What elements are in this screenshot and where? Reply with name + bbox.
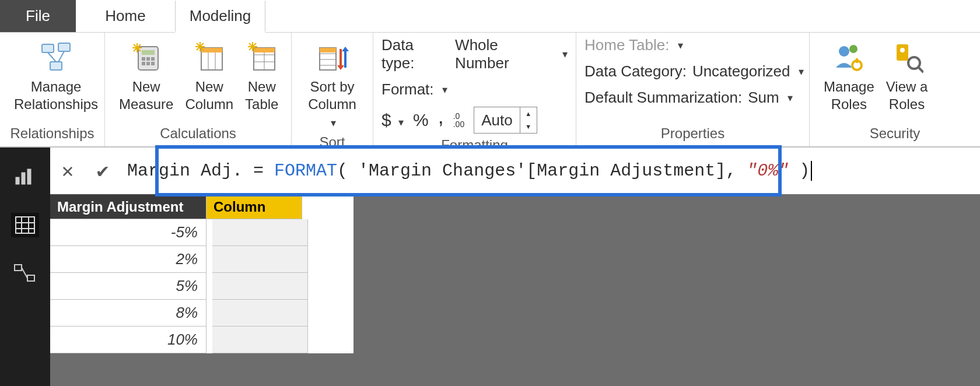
group-calculations: New Measure New Column New Table Calcula… [105, 33, 292, 146]
grid-header-row: Margin Adjustment Column [50, 195, 354, 219]
view-roles-icon [891, 41, 923, 73]
group-properties-label: Properties [576, 122, 809, 146]
manage-relationships-label: Manage Relationships [14, 78, 98, 113]
format-dropdown[interactable]: Format: ▾ [382, 80, 447, 99]
formula-open: ( [337, 161, 348, 181]
svg-rect-1 [58, 43, 70, 51]
formula-func: FORMAT [274, 161, 337, 181]
data-category-dropdown[interactable]: Data Category: Uncategorized ▾ [584, 62, 804, 80]
svg-rect-59 [15, 265, 22, 271]
default-summarization-dropdown[interactable]: Default Summarization: Sum ▾ [584, 89, 793, 107]
group-sort: Sort by Column ▾ Sort [292, 33, 373, 146]
data-category-value: Uncategorized [692, 62, 790, 80]
group-properties: Home Table: ▾ Data Category: Uncategoriz… [576, 33, 810, 146]
svg-rect-51 [16, 177, 19, 184]
spinner[interactable]: ▲▼ [520, 107, 537, 133]
new-measure-icon [130, 41, 163, 73]
formula-arg1: 'Margin Changes'[Margin Adjustment], [348, 161, 747, 181]
percent-button[interactable]: % [413, 110, 429, 130]
data-type-label: Data type: [382, 36, 449, 72]
default-sum-label: Default Summarization: [584, 89, 742, 107]
table-row[interactable]: 5% [50, 273, 354, 300]
svg-rect-54 [16, 217, 34, 233]
table-row[interactable]: -5% [50, 219, 354, 246]
new-column-label: New Column [185, 78, 233, 113]
grid-header-margin-adjustment[interactable]: Margin Adjustment [50, 195, 206, 219]
chevron-down-icon: ▾ [331, 117, 336, 129]
sort-by-column-button[interactable]: Sort by Column ▾ [300, 37, 365, 131]
svg-rect-7 [142, 57, 145, 61]
new-table-button[interactable]: New Table [239, 37, 284, 113]
cell-value: 8% [50, 300, 206, 327]
view-as-roles-button[interactable]: View a Roles [880, 37, 934, 113]
ribbon: Manage Relationships Relationships New M… [0, 33, 980, 148]
view-rail [0, 148, 50, 386]
cell-empty [212, 273, 308, 300]
tab-strip: File Home Modeling [0, 0, 980, 33]
format-label: Format: [382, 80, 434, 99]
svg-point-49 [908, 57, 920, 69]
workspace: ✕ ✔ Margin Adj. = FORMAT( 'Margin Change… [50, 148, 980, 386]
accept-formula-button[interactable]: ✔ [85, 148, 120, 194]
model-view-button[interactable] [11, 262, 39, 286]
new-measure-label: New Measure [119, 78, 173, 113]
relationships-icon [40, 41, 72, 73]
decimal-places-input[interactable]: Auto ▲▼ [474, 107, 537, 134]
new-column-button[interactable]: New Column [179, 37, 239, 113]
decimal-places-value: Auto [474, 111, 520, 129]
group-security-label: Security [810, 122, 980, 146]
lower-area: ✕ ✔ Margin Adj. = FORMAT( 'Margin Change… [0, 148, 980, 386]
table-row[interactable]: 8% [50, 300, 354, 327]
sort-icon [316, 41, 349, 73]
text-cursor [811, 161, 812, 181]
data-type-dropdown[interactable]: Data type: Whole Number ▾ [382, 36, 568, 72]
thousands-button[interactable]: , [438, 104, 444, 129]
manage-relationships-button[interactable]: Manage Relationships [8, 37, 104, 113]
tab-modeling[interactable]: Modeling [175, 1, 265, 33]
report-view-button[interactable] [11, 164, 39, 188]
chevron-down-icon: ▾ [398, 117, 404, 128]
svg-rect-10 [142, 62, 145, 65]
cell-empty [212, 327, 308, 353]
tab-file[interactable]: File [0, 0, 76, 32]
manage-roles-button[interactable]: Manage Roles [818, 37, 880, 113]
svg-rect-11 [146, 62, 150, 65]
data-view-button[interactable] [11, 213, 39, 237]
grid-header-column[interactable]: Column [206, 195, 302, 219]
data-category-label: Data Category: [584, 62, 687, 80]
cell-value: 10% [50, 327, 206, 353]
formula-input[interactable]: Margin Adj. = FORMAT( 'Margin Changes'[M… [120, 161, 980, 181]
svg-rect-12 [151, 62, 155, 65]
cell-empty [212, 246, 308, 273]
svg-rect-38 [320, 48, 336, 52]
chevron-down-icon: ▾ [788, 92, 793, 104]
home-table-dropdown[interactable]: Home Table: ▾ [584, 36, 683, 54]
currency-button[interactable]: $ ▾ [382, 110, 404, 130]
formula-lhs: Margin Adj. = [127, 161, 274, 181]
chevron-down-icon: ▾ [442, 83, 447, 96]
cancel-formula-button[interactable]: ✕ [50, 148, 85, 194]
svg-rect-9 [151, 57, 155, 61]
chevron-down-icon: ▾ [678, 39, 683, 52]
svg-rect-0 [42, 44, 54, 52]
tab-home[interactable]: Home [76, 0, 175, 32]
svg-line-61 [22, 268, 27, 278]
svg-rect-52 [22, 173, 25, 184]
spin-up-icon[interactable]: ▲ [520, 107, 537, 120]
svg-rect-46 [856, 58, 858, 63]
chevron-down-icon: ▾ [799, 65, 804, 78]
table-row[interactable]: 10% [50, 327, 354, 353]
spin-down-icon[interactable]: ▼ [520, 120, 537, 133]
svg-point-43 [839, 46, 849, 57]
chevron-down-icon: ▾ [562, 48, 568, 61]
new-column-icon [193, 41, 226, 73]
data-type-value: Whole Number [455, 36, 554, 72]
cell-value: -5% [50, 219, 206, 246]
data-grid: Margin Adjustment Column -5% 2% 5% 8% 10… [50, 194, 354, 353]
cell-empty [212, 219, 308, 246]
new-measure-button[interactable]: New Measure [113, 37, 179, 113]
svg-rect-2 [50, 62, 62, 70]
table-row[interactable]: 2% [50, 246, 354, 273]
formula-close: ) [789, 161, 810, 181]
svg-rect-60 [27, 275, 34, 281]
